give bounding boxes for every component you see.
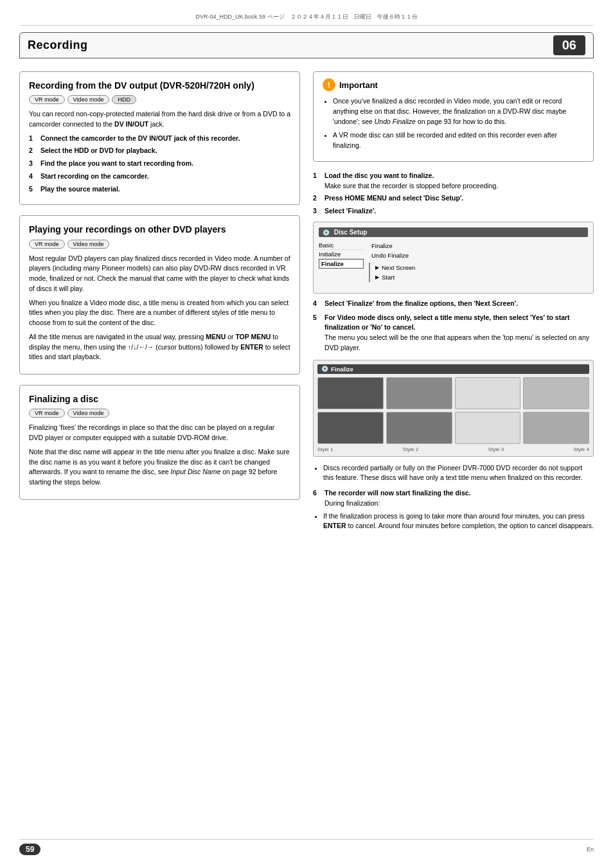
finalize-cell-2	[386, 377, 452, 409]
badge-vr-mode-2: VR mode	[29, 240, 65, 249]
right-next-screen: Next Screen	[373, 263, 588, 272]
right-undo-finalize: Undo Finalize	[369, 251, 588, 260]
step-1-3: 3 Find the place you want to start recor…	[29, 159, 290, 169]
screen-left-menu: Basic Initialize Finalize	[319, 241, 364, 288]
finalize-cell-7	[455, 412, 521, 444]
finalize-screen-title: 💿 Finalize	[317, 364, 589, 374]
bottom-bar: 59 En	[19, 839, 594, 855]
screen-inner: Basic Initialize Finalize Finalize Undo …	[319, 241, 588, 288]
menu-finalize: Finalize	[319, 259, 364, 269]
section2-title: Playing your recordings on other DVD pla…	[29, 224, 290, 235]
right-step-5: 5 For Video mode discs only, select a ti…	[313, 313, 594, 353]
page-number: 59	[19, 844, 40, 855]
section3-para1: Finalizing 'fixes' the recordings in pla…	[29, 423, 290, 443]
important-bullet-2: A VR mode disc can still be recorded and…	[333, 130, 584, 151]
section-other-dvd: Playing your recordings on other DVD pla…	[19, 215, 300, 375]
right-start: Start	[373, 272, 588, 282]
badge-video-mode-2: Video mode	[67, 240, 110, 249]
important-label: Important	[339, 80, 378, 90]
filename-label: DVR-04_HDD_UK.book 59 ページ ２０２４年４月１１日 日曜日…	[195, 13, 417, 20]
disc-setup-screen: 💿 Disc Setup Basic Initialize Finalize F…	[313, 222, 594, 294]
right-step-6: 6 The recorder will now start finalizing…	[313, 488, 594, 509]
step-1-1: 1 Connect the camcorder to the DV IN/OUT…	[29, 134, 290, 144]
menu-initialize: Initialize	[319, 250, 364, 259]
right-step-3: 3 Select 'Finalize'.	[313, 206, 594, 217]
finalize-cell-6	[386, 412, 452, 444]
section-dv-recording: Recording from the DV output (DVR-520H/7…	[19, 71, 300, 205]
section1-intro: You can record non-copy-protected materi…	[29, 109, 290, 130]
chapter-number: 06	[553, 35, 585, 55]
step-1-4: 4 Start recording on the camcorder.	[29, 172, 290, 182]
chapter-header: Recording 06	[19, 32, 594, 58]
section2-para2: When you finalize a Video mode disc, a t…	[29, 298, 290, 328]
badge-vr-mode-3: VR mode	[29, 409, 65, 418]
section2-para1: Most regular DVD players can play finali…	[29, 254, 290, 294]
locale-label: En	[587, 846, 594, 853]
right-column: ! Important Once you've finalized a disc…	[313, 71, 594, 535]
finalize-cell-3	[455, 377, 521, 409]
badge-vr-mode: VR mode	[29, 95, 65, 104]
important-title: ! Important	[323, 78, 584, 91]
section2-badges: VR mode Video mode	[29, 240, 290, 249]
top-bar: DVR-04_HDD_UK.book 59 ページ ２０２４年４月１１日 日曜日…	[19, 13, 594, 26]
section-finalize: Finalizing a disc VR mode Video mode Fin…	[19, 385, 300, 500]
section3-badges: VR mode Video mode	[29, 409, 290, 418]
after-screen-bullets: Discs recorded partially or fully on the…	[313, 463, 594, 484]
right-step-4: 4 Select 'Finalize' from the finalize op…	[313, 299, 594, 309]
screen-right-panel: Finalize Undo Finalize Next Screen Start	[369, 241, 588, 288]
finalize-labels: Style 1 Style 2 Style 3 Style 4	[317, 447, 589, 452]
step-1-5: 5 Play the source material.	[29, 184, 290, 195]
finalize-screen: 💿 Finalize Style 1 Style 2 Style 3	[313, 360, 594, 457]
important-icon: !	[323, 78, 335, 91]
finalize-cell-4	[523, 377, 589, 409]
menu-basic: Basic	[319, 241, 364, 250]
important-box: ! Important Once you've finalized a disc…	[313, 71, 594, 162]
finalize-cell-1	[317, 377, 384, 409]
important-bullets: Once you've finalized a disc recorded in…	[323, 96, 584, 151]
finalize-cell-8	[523, 412, 589, 444]
right-step-1: 1 Load the disc you want to finalize. Ma…	[313, 171, 594, 191]
badge-hdd: HDD	[112, 95, 136, 104]
chapter-title: Recording	[28, 39, 88, 52]
right-finalize: Finalize	[369, 241, 588, 251]
final-bullets: If the finalization process is going to …	[313, 511, 594, 532]
left-column: Recording from the DV output (DVR-520H/7…	[19, 71, 300, 535]
final-bullet-1: If the finalization process is going to …	[323, 511, 594, 532]
important-bullet-1: Once you've finalized a disc recorded in…	[333, 96, 584, 127]
step-1-2: 2 Select the HDD or DVD for playback.	[29, 146, 290, 156]
badge-video-mode-3: Video mode	[67, 409, 110, 418]
finalize-cell-5	[317, 412, 384, 444]
screen-title: 💿 Disc Setup	[319, 227, 588, 237]
right-step-2: 2 Press HOME MENU and select 'Disc Setup…	[313, 193, 594, 204]
section1-badges: VR mode Video mode HDD	[29, 95, 290, 104]
content-area: Recording from the DV output (DVR-520H/7…	[19, 71, 594, 535]
finalize-grid	[317, 377, 589, 444]
section3-title: Finalizing a disc	[29, 393, 290, 405]
section2-para3: All the title menus are navigated in the…	[29, 332, 290, 362]
after-screen-bullet-1: Discs recorded partially or fully on the…	[323, 463, 594, 484]
page: DVR-04_HDD_UK.book 59 ページ ２０２４年４月１１日 日曜日…	[0, 0, 613, 868]
badge-video-mode: Video mode	[67, 95, 110, 104]
section3-para2: Note that the disc name will appear in t…	[29, 447, 290, 488]
section1-title: Recording from the DV output (DVR-520H/7…	[29, 80, 290, 91]
